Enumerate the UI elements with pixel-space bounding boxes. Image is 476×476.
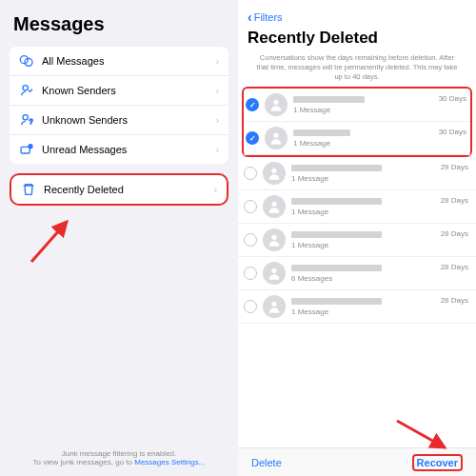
- avatar: [263, 195, 286, 218]
- filters-list: All Messages › Known Senders › ? Unknown…: [10, 47, 228, 164]
- checkbox-unchecked-icon[interactable]: [244, 167, 257, 180]
- messages-settings-link[interactable]: Messages Settings...: [134, 458, 205, 466]
- avatar: [263, 262, 286, 285]
- checkbox-unchecked-icon[interactable]: [244, 200, 257, 213]
- recently-deleted-card: Recently Deleted ›: [10, 173, 228, 206]
- page-title: Messages: [10, 8, 228, 47]
- unread-badge-icon: [19, 142, 34, 157]
- svg-text:?: ?: [30, 118, 33, 125]
- avatar: [263, 295, 286, 318]
- messages-filters-panel: Messages All Messages › Known Senders › …: [0, 0, 238, 476]
- conversation-row[interactable]: 1 Message 28 Days: [238, 190, 476, 224]
- bottom-toolbar: Delete Recover: [238, 447, 476, 476]
- highlighted-selection: 1 Message 30 Days 1 Message 30 Days: [242, 87, 472, 157]
- days-remaining: 28 Days: [441, 229, 468, 238]
- days-remaining: 30 Days: [439, 128, 466, 136]
- checkbox-checked-icon[interactable]: [246, 131, 259, 145]
- svg-point-6: [29, 145, 32, 149]
- svg-point-3: [23, 115, 28, 120]
- contact-name-redacted: [293, 96, 365, 103]
- svg-point-10: [271, 169, 276, 173]
- person-question-icon: ?: [19, 112, 34, 128]
- days-remaining: 28 Days: [441, 196, 468, 205]
- contact-name-redacted: [291, 298, 382, 305]
- conversation-row[interactable]: 6 Messages 28 Days: [238, 257, 476, 290]
- avatar: [263, 228, 286, 251]
- message-count: 1 Message: [293, 139, 439, 148]
- svg-point-0: [20, 56, 28, 64]
- filter-label: Recently Deleted: [44, 184, 214, 195]
- svg-point-14: [271, 302, 276, 307]
- message-count: 1 Message: [293, 106, 439, 114]
- message-count: 1 Message: [291, 241, 441, 249]
- person-check-icon: [19, 83, 34, 98]
- chevron-right-icon: ›: [214, 185, 217, 195]
- svg-line-15: [397, 421, 445, 447]
- svg-point-1: [25, 58, 32, 66]
- filter-label: Unknown Senders: [42, 114, 216, 126]
- chevron-right-icon: ›: [216, 56, 219, 67]
- page-title: Recently Deleted: [238, 25, 476, 53]
- avatar: [265, 93, 288, 116]
- chevron-left-icon: ‹: [248, 10, 252, 25]
- message-count: 1 Message: [291, 174, 441, 183]
- svg-line-7: [31, 222, 67, 262]
- message-count: 6 Messages: [291, 274, 441, 283]
- avatar: [263, 162, 286, 185]
- chat-bubble-icon: [19, 53, 34, 69]
- checkbox-unchecked-icon[interactable]: [244, 233, 257, 247]
- contact-name-redacted: [293, 129, 350, 136]
- chevron-right-icon: ›: [216, 115, 219, 126]
- footer-note: Junk message filtering is enabled. To vi…: [0, 449, 238, 466]
- checkbox-unchecked-icon[interactable]: [244, 267, 257, 280]
- avatar: [265, 127, 288, 149]
- delete-button[interactable]: Delete: [251, 457, 282, 468]
- svg-point-8: [273, 100, 278, 105]
- svg-point-13: [271, 268, 276, 273]
- filter-label: All Messages: [42, 55, 216, 67]
- checkbox-unchecked-icon[interactable]: [244, 300, 257, 313]
- svg-point-9: [273, 133, 278, 138]
- annotation-arrow-icon: [27, 214, 84, 271]
- filter-known-senders[interactable]: Known Senders ›: [10, 76, 228, 106]
- recover-button[interactable]: Recover: [412, 454, 463, 471]
- conversation-row[interactable]: 1 Message 30 Days: [244, 89, 470, 122]
- days-remaining: 29 Days: [441, 163, 468, 171]
- filter-label: Unread Messages: [42, 144, 216, 155]
- days-remaining: 28 Days: [441, 263, 468, 271]
- filter-label: Known Senders: [42, 85, 216, 96]
- conversation-row[interactable]: 1 Message 28 Days: [238, 224, 476, 257]
- conversation-row[interactable]: 1 Message 30 Days: [244, 122, 470, 155]
- chevron-right-icon: ›: [216, 86, 219, 96]
- days-remaining: 28 Days: [441, 296, 468, 305]
- recently-deleted-panel: ‹ Filters Recently Deleted Conversations…: [238, 0, 476, 476]
- contact-name-redacted: [291, 198, 382, 205]
- filter-recently-deleted[interactable]: Recently Deleted ›: [11, 175, 227, 204]
- contact-name-redacted: [291, 265, 382, 271]
- contact-name-redacted: [291, 165, 382, 171]
- trash-icon: [21, 182, 36, 197]
- description-text: Conversations show the days remaining be…: [238, 53, 476, 87]
- checkbox-checked-icon[interactable]: [246, 98, 259, 111]
- chevron-right-icon: ›: [216, 145, 219, 155]
- days-remaining: 30 Days: [439, 94, 466, 103]
- back-button[interactable]: ‹ Filters: [238, 0, 476, 25]
- conversation-row[interactable]: 1 Message 28 Days: [238, 290, 476, 324]
- svg-point-11: [271, 202, 276, 207]
- filter-all-messages[interactable]: All Messages ›: [10, 47, 228, 76]
- filter-unknown-senders[interactable]: ? Unknown Senders ›: [10, 106, 228, 135]
- conversation-row[interactable]: 1 Message 29 Days: [238, 157, 476, 190]
- message-count: 1 Message: [291, 307, 441, 316]
- contact-name-redacted: [291, 231, 382, 238]
- conversation-list: 1 Message 30 Days 1 Message 30 Days: [238, 87, 476, 324]
- message-count: 1 Message: [291, 208, 441, 216]
- filter-unread-messages[interactable]: Unread Messages ›: [10, 135, 228, 164]
- svg-point-2: [23, 86, 28, 90]
- svg-point-12: [271, 235, 276, 240]
